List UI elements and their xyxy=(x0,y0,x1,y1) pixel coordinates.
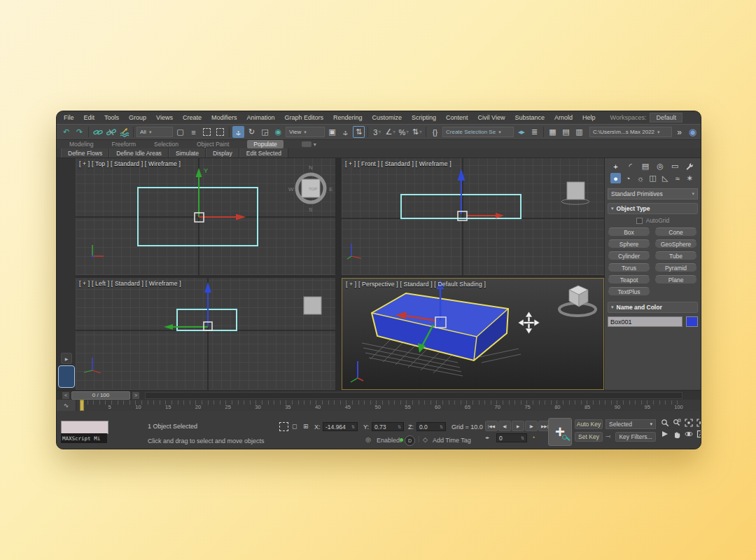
menu-item[interactable]: Scripting xyxy=(412,114,436,121)
move-gizmo[interactable]: Y xyxy=(195,167,246,222)
layout-strip-expand-icon[interactable]: ▶ xyxy=(61,353,72,364)
isolate-selection-icon[interactable]: ◎ xyxy=(365,436,371,443)
viewcube[interactable] xyxy=(559,286,596,316)
zoom-icon[interactable] xyxy=(660,418,669,427)
systems-tab-icon[interactable]: ∗ xyxy=(685,173,695,183)
viewport-left[interactable]: [ + ] [ Left ] [ Standard ] [ Wireframe … xyxy=(76,278,335,390)
track-bar[interactable]: ∿ 05101520253035404550556065707580859095… xyxy=(57,400,701,412)
maximize-viewport-icon[interactable] xyxy=(696,429,701,438)
create-tab-icon[interactable]: + xyxy=(610,161,621,172)
link-icon[interactable] xyxy=(92,126,104,138)
display-tab-icon[interactable]: ▭ xyxy=(670,161,680,172)
orbit-icon[interactable] xyxy=(684,429,693,438)
select-object-icon[interactable]: ▢ xyxy=(174,126,186,138)
viewport-front-label[interactable]: [ + ] [ Front ] [ Standard ] [ Wireframe… xyxy=(345,160,451,167)
transform-lock-icon[interactable]: ◻ xyxy=(292,423,297,430)
motion-tab-icon[interactable]: ◎ xyxy=(655,161,666,172)
viewcube[interactable] xyxy=(561,182,589,204)
selection-set-key-dropdown[interactable]: Selected▾ xyxy=(606,419,656,429)
use-pivot-center-icon[interactable]: ▣ xyxy=(326,126,338,138)
y-coordinate-field[interactable]: 0.73⇅ xyxy=(372,422,404,431)
playback-button[interactable]: ▶ xyxy=(512,421,524,431)
mirror-icon[interactable]: ◀▶ xyxy=(515,126,527,138)
toolbar-overflow-icon[interactable]: » xyxy=(673,126,685,138)
snap-toggle-3d-icon[interactable]: 3? xyxy=(371,126,383,138)
geometry-tab-icon[interactable]: ● xyxy=(610,173,621,183)
zoom-extents-icon[interactable] xyxy=(684,418,693,427)
ribbon-tab[interactable]: Selection xyxy=(154,141,178,148)
selection-set-dropdown[interactable]: Create Selection Se▾ xyxy=(442,127,514,137)
select-and-move-icon[interactable]: ↔↕ xyxy=(232,126,244,138)
move-gizmo[interactable] xyxy=(164,282,212,330)
workspace-selector[interactable]: Default xyxy=(650,113,682,122)
menu-item[interactable]: File xyxy=(64,114,74,121)
select-and-place-icon[interactable]: ◉ xyxy=(272,126,284,138)
viewport-left-label[interactable]: [ + ] [ Left ] [ Standard ] [ Wireframe … xyxy=(79,280,181,287)
z-coordinate-field[interactable]: 0.0⇅ xyxy=(416,422,446,431)
viewport-perspective-label[interactable]: [ + ] [ Perspective ] [ Standard ] [ Def… xyxy=(346,281,486,288)
primitive-button[interactable]: GeoSphere xyxy=(654,239,697,248)
align-icon[interactable]: ≣ xyxy=(528,126,540,138)
time-slider-marker[interactable] xyxy=(80,400,84,411)
time-prev-button[interactable]: < xyxy=(62,392,69,399)
pan-icon[interactable] xyxy=(672,429,681,438)
object-name-field[interactable]: Box001 xyxy=(608,316,682,327)
viewport-top-label[interactable]: [ + ] [ Top ] [ Standard ] [ Wireframe ] xyxy=(79,160,181,167)
absolute-mode-icon[interactable]: ⊞ xyxy=(303,423,309,430)
time-tag-icon[interactable]: ◇ xyxy=(423,436,428,443)
zoom-all-icon[interactable] xyxy=(672,418,681,427)
menu-item[interactable]: Civil View xyxy=(478,114,505,121)
redo-icon[interactable]: ↷ xyxy=(74,126,85,138)
utilities-tab-icon[interactable] xyxy=(685,161,695,172)
select-and-rotate-icon[interactable]: ↻ xyxy=(246,126,258,138)
spinner-icon[interactable]: ⇅ xyxy=(351,424,355,429)
cameras-tab-icon[interactable]: ◫ xyxy=(648,173,658,183)
menu-item[interactable]: Arnold xyxy=(554,114,573,121)
menu-item[interactable]: Edit xyxy=(84,114,95,121)
primitive-button[interactable]: Cone xyxy=(654,227,697,237)
key-filters-icon[interactable]: ⤙ xyxy=(606,433,610,440)
playback-button[interactable]: ◀| xyxy=(498,421,511,431)
primitive-button[interactable]: Plane xyxy=(654,275,697,284)
ribbon-subtab[interactable]: Simulate xyxy=(169,148,206,158)
angle-snap-icon[interactable]: ∠? xyxy=(384,126,396,138)
lights-tab-icon[interactable]: ☼ xyxy=(635,173,645,183)
helpers-tab-icon[interactable]: ◺ xyxy=(660,173,671,183)
primitive-button[interactable]: Pyramid xyxy=(654,263,697,272)
window-crossing-icon[interactable] xyxy=(214,126,226,138)
select-and-manipulate-icon[interactable]: ↔↕ xyxy=(340,126,351,138)
time-slider-track[interactable] xyxy=(145,392,682,399)
undo-icon[interactable]: ↶ xyxy=(60,126,72,138)
name-color-rollout[interactable]: ▾ Name and Color xyxy=(608,302,698,313)
rectangular-selection-icon[interactable] xyxy=(201,126,213,138)
ribbon-subtab[interactable]: Display xyxy=(206,148,239,158)
hierarchy-tab-icon[interactable]: ▤ xyxy=(640,161,650,172)
shapes-tab-icon[interactable]: ◔ xyxy=(623,173,634,183)
playback-button[interactable]: |▶ xyxy=(525,421,538,431)
keyboard-override-icon[interactable]: ⇅ xyxy=(353,126,365,138)
ribbon-tab[interactable]: Populate xyxy=(247,140,284,148)
key-mode-toggle-icon[interactable]: ◂▸ xyxy=(485,435,489,440)
menu-item[interactable]: Views xyxy=(156,114,173,121)
ribbon-tab[interactable]: Object Paint xyxy=(197,141,229,148)
viewcube[interactable]: TOP N E S W xyxy=(288,164,332,213)
spinner-icon[interactable]: ⇅ xyxy=(440,424,443,429)
primitive-button[interactable]: Teapot xyxy=(608,275,650,284)
d-circle-icon[interactable]: D xyxy=(405,435,415,446)
menu-item[interactable]: Substance xyxy=(514,114,545,121)
primitive-button[interactable]: Tube xyxy=(654,251,697,260)
primitive-button[interactable]: Cylinder xyxy=(608,251,650,260)
ribbon-subtab[interactable]: Define Flows xyxy=(61,148,109,158)
viewport-layout-tab[interactable] xyxy=(58,365,75,388)
ribbon-tab[interactable]: Freeform xyxy=(112,141,136,148)
named-selection-sets-icon[interactable]: {} xyxy=(429,126,441,138)
spinner-icon[interactable]: ⇅ xyxy=(521,435,524,440)
primitive-button[interactable]: Torus xyxy=(608,263,650,272)
viewport-front[interactable]: [ + ] [ Front ] [ Standard ] [ Wireframe… xyxy=(342,158,604,275)
autogrid-checkbox[interactable] xyxy=(636,218,643,224)
menu-item[interactable]: Help xyxy=(582,114,596,121)
render-icon[interactable]: ◉ xyxy=(687,126,699,138)
set-keys-button[interactable]: + xyxy=(548,418,572,446)
select-by-name-icon[interactable]: ≡ xyxy=(188,126,200,138)
viewport-top[interactable]: Y TOP N E S W xyxy=(76,158,335,275)
